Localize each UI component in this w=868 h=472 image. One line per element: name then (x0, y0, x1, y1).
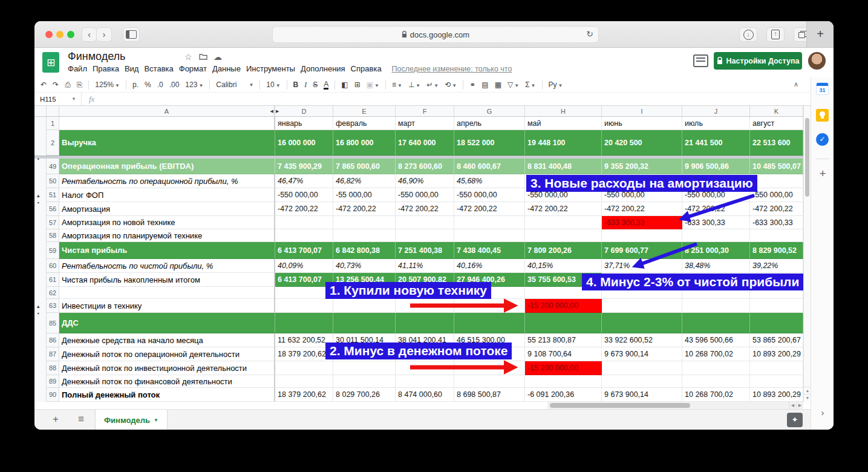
cell[interactable]: май (525, 117, 602, 130)
cell[interactable] (333, 375, 396, 388)
row-header[interactable]: 51 (47, 188, 59, 202)
cell[interactable]: 8 698 500,87 (454, 388, 525, 402)
menu-format[interactable]: Формат (179, 64, 207, 73)
cell-label[interactable]: Рентабельность по чистой прибыли, % (59, 259, 275, 273)
cell[interactable]: 55 213 800,87 (525, 333, 602, 347)
menu-addons[interactable]: Дополнения (301, 64, 345, 73)
cell[interactable]: 8 829 900,52 (750, 242, 803, 259)
cell[interactable]: 33 922 600,52 (602, 333, 682, 347)
column-header[interactable]: I (602, 106, 682, 117)
cell[interactable] (333, 299, 396, 313)
column-header[interactable]: ▶D (275, 106, 333, 117)
cell[interactable]: -472 200,22 (682, 202, 750, 216)
cell[interactable]: апрель (454, 117, 525, 130)
cell[interactable] (454, 216, 525, 229)
cell[interactable] (396, 361, 454, 375)
cell[interactable]: 8 273 600,60 (396, 159, 454, 174)
cell[interactable] (682, 229, 750, 242)
cell[interactable]: 45,68% (454, 174, 525, 188)
cell[interactable]: 21 441 500 (682, 130, 750, 156)
column-header[interactable]: E (333, 106, 396, 117)
name-box-caret-icon[interactable]: ▼ (71, 96, 76, 102)
explore-button[interactable]: ✦ (787, 413, 803, 427)
cell[interactable] (454, 313, 525, 333)
expand-group-icon[interactable]: ▴ (37, 192, 40, 198)
get-addons-icon[interactable]: + (811, 167, 834, 180)
redo-icon[interactable]: ↷ (53, 80, 59, 89)
reload-icon[interactable]: ↻ (586, 29, 593, 39)
cell[interactable] (275, 361, 333, 375)
share-access-button[interactable]: Настройки Доступа (714, 52, 802, 70)
cell[interactable] (750, 174, 803, 188)
cell[interactable] (396, 299, 454, 313)
cell-label[interactable]: Налог ФОП (59, 188, 275, 202)
cell[interactable]: 40,16% (454, 259, 525, 273)
cell[interactable]: 9 355 200,32 (602, 159, 682, 174)
horizontal-scrollbar-thumb[interactable] (550, 403, 690, 408)
all-sheets-icon[interactable]: ≡ (78, 413, 84, 425)
cell-label[interactable]: Денежный поток по операционной деятельно… (59, 347, 275, 361)
document-title[interactable]: Финмодель (68, 50, 125, 63)
cell[interactable]: 10 268 700,02 (682, 388, 750, 402)
cell[interactable]: март (396, 117, 454, 130)
column-header[interactable]: G (454, 106, 525, 117)
cell[interactable] (525, 216, 602, 229)
cell[interactable]: -472 200,22 (275, 202, 333, 216)
vertical-scrollbar[interactable]: ▲ ▼ (803, 106, 811, 402)
vertical-scrollbar-thumb[interactable] (805, 118, 809, 197)
format-percent-button[interactable]: % (145, 80, 151, 89)
cell-label[interactable]: Чистая прибыль (59, 242, 275, 259)
row-header[interactable]: 57 (47, 216, 59, 229)
collapse-group-icon[interactable]: ▾ (37, 159, 40, 162)
cell[interactable] (602, 361, 682, 375)
cell[interactable]: -550 000,00 (275, 188, 333, 202)
row-header[interactable]: 89 (47, 375, 59, 388)
undo-icon[interactable]: ↶ (41, 80, 47, 89)
cell[interactable]: 7 438 400,45 (454, 242, 525, 259)
cell[interactable] (525, 313, 602, 333)
cell-label[interactable]: Денежные средства на начало месяца (59, 333, 275, 347)
italic-button[interactable]: I (304, 80, 307, 90)
cell-label[interactable]: Инвестиции в технику (59, 299, 275, 313)
horizontal-align-icon[interactable]: ≡▼ (392, 80, 402, 89)
cell[interactable] (525, 229, 602, 242)
cell[interactable] (454, 229, 525, 242)
insert-link-icon[interactable]: ⚭ (469, 80, 475, 89)
collapse-group-icon[interactable]: ▾ (37, 313, 40, 316)
menu-file[interactable]: Файл (68, 64, 87, 73)
minimize-window-button[interactable] (56, 31, 64, 38)
expand-group-icon[interactable]: ▴ (37, 303, 40, 309)
row-header[interactable]: 62 (47, 287, 59, 299)
cell[interactable]: 38,48% (682, 259, 750, 273)
cell[interactable]: 10 268 700,02 (682, 347, 750, 361)
text-rotation-icon[interactable]: ⟲▼ (445, 80, 457, 89)
cell[interactable]: 40,15% (525, 259, 602, 273)
zoom-select[interactable]: 125%▼ (95, 80, 120, 89)
cell[interactable]: 18 379 200,62 (275, 388, 333, 402)
cell[interactable]: 39,22% (750, 259, 803, 273)
sheet-tab[interactable]: Финмодель ▼ (95, 410, 168, 430)
cell-label[interactable] (59, 117, 275, 130)
cell[interactable] (333, 229, 396, 242)
collapse-toolbar-icon[interactable]: ∧ (794, 80, 798, 88)
vertical-align-icon[interactable]: ⊥▼ (408, 80, 420, 89)
cell[interactable] (396, 313, 454, 333)
cell[interactable] (454, 361, 525, 375)
cell[interactable]: 6 842 800,38 (333, 242, 396, 259)
cell[interactable] (454, 375, 525, 388)
last-edit-link[interactable]: Последнее изменение: только что (392, 65, 512, 73)
sidebar-toggle-button[interactable] (123, 27, 140, 42)
cell[interactable]: 16 800 000 (333, 130, 396, 156)
cell-label[interactable]: Амортизация (59, 202, 275, 216)
insert-chart-icon[interactable]: ▦ (495, 80, 501, 89)
cell[interactable]: 10 485 500,07 (750, 159, 803, 174)
cell[interactable] (333, 361, 396, 375)
cell-label[interactable]: Выручка (59, 130, 275, 156)
cell[interactable]: 22 513 600 (750, 130, 803, 156)
cell[interactable]: 8 474 000,60 (396, 388, 454, 402)
close-window-button[interactable] (45, 31, 53, 38)
cell[interactable] (275, 299, 333, 313)
cell[interactable]: -472 200,22 (750, 202, 803, 216)
hidden-columns-right-icon[interactable]: ▶ (276, 109, 279, 114)
cell[interactable]: 8 460 600,67 (454, 159, 525, 174)
